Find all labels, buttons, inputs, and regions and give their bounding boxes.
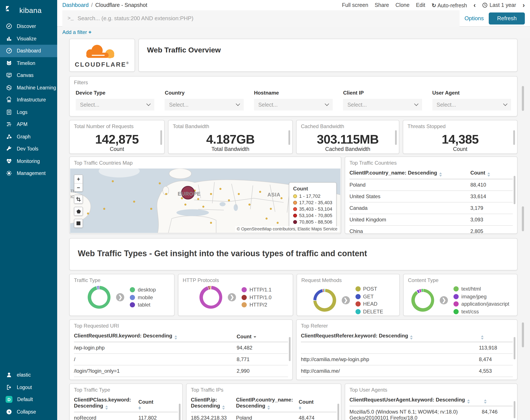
legend-item-image-jpeg[interactable]: image/jpeg [454,293,509,300]
legend-item-head[interactable]: HEAD [355,301,383,307]
panel-scrollbar[interactable] [513,130,515,145]
panel-scrollbar[interactable] [288,130,290,145]
column-header-1[interactable]: ClientRequestReferer.keyword: Descending [301,330,479,342]
legend-item-post[interactable]: POST [355,286,383,292]
legend-item-delete[interactable]: DELETE [355,308,383,315]
grid-scrollbar[interactable] [522,206,524,231]
table-row[interactable]: Mozilla/5.0 (Windows NT 6.1; WOW64; rv:1… [350,406,513,420]
sidebar-footer-logout[interactable]: Logout [0,381,57,393]
table-row[interactable]: 185.234.218.33Poland48,474 [191,412,337,420]
column-header-2[interactable]: Count [237,330,288,342]
panel-scrollbar[interactable] [289,337,291,361]
time-forward-chevron[interactable]: › [522,2,525,9]
table-row[interactable]: /login/?login_only=12,990 [74,365,288,376]
table-row[interactable]: http://camilia.me/index.php/2017/06/17/w… [301,376,513,380]
table-row[interactable]: /xmlrpc.php1,394 [74,376,288,380]
column-header-1[interactable]: ClientRequestURI.keyword: Descending [74,330,237,342]
sidebar-item-graph[interactable]: Graph [0,131,57,143]
options-link[interactable]: Options [464,15,484,21]
sidebar-footer-collapse[interactable]: Collapse [0,405,57,418]
legend-item-get[interactable]: GET [355,293,383,300]
add-filter-link[interactable]: Add a filter + [62,29,91,35]
legend-item-http-1-1[interactable]: HTTP/1.1 [242,287,272,293]
world-map[interactable]: EUROPE ASIA TH IC +−Count1 - 17,70217,70… [70,168,340,233]
table-row[interactable]: United Kingdom3,093 [350,214,513,225]
filter-select-client-ip[interactable]: Select... [343,99,422,110]
legend-item-http-2[interactable]: HTTP/2 [242,302,272,308]
legend-item-mobile[interactable]: mobile [130,294,156,300]
zoom-out-button[interactable]: − [74,183,83,191]
column-header-1[interactable]: ClientIPClass.keyword: Descending [74,395,138,412]
chevron-right-icon[interactable]: ❯ [440,296,448,304]
sidebar-item-infrastructure[interactable]: Infrastructure [0,94,57,106]
filter-select-hostname[interactable]: Select... [254,99,333,110]
chevron-right-icon[interactable]: ❯ [228,293,236,301]
legend-item-http-1-0[interactable]: HTTP/1.0 [242,294,272,300]
sidebar-item-monitoring[interactable]: Monitoring [0,155,57,167]
column-header-1[interactable]: ClientIP.country_name: Descending [350,168,470,179]
sidebar-item-discover[interactable]: Discover [0,20,57,32]
breadcrumb-dashboard-link[interactable]: Dashboard [62,2,88,8]
clone-button[interactable]: Clone [396,2,410,8]
legend-item-tablet[interactable]: tablet [130,302,156,308]
panel-scrollbar[interactable] [514,337,515,360]
legend-item-text-css[interactable]: text/css [454,308,509,315]
panel-scrollbar[interactable] [514,401,515,418]
table-row[interactable]: noRecord117,802 [74,412,178,420]
request-methods-donut-chart[interactable] [313,289,336,312]
grid-scrollbar[interactable] [522,86,524,111]
chevron-right-icon[interactable]: ❯ [116,293,124,301]
http-protocols-donut-chart[interactable] [200,286,222,309]
polygon-tool-button[interactable] [74,207,83,215]
legend-item-desktop[interactable]: desktop [130,287,156,293]
sidebar-footer-elastic[interactable]: elastic [0,369,57,381]
column-header-2[interactable] [479,330,513,342]
search-input[interactable] [78,15,454,21]
rectangle-tool-button[interactable] [74,219,83,227]
column-header-2[interactable] [482,395,513,406]
filter-select-user-agent[interactable]: Select... [432,99,511,110]
table-row[interactable]: http://camilia.me/wp-login.php8,474 [301,353,513,365]
panel-scrollbar[interactable] [395,130,397,145]
sidebar-item-logs[interactable]: Logs [0,106,57,118]
sidebar-item-machine-learning[interactable]: Machine Learning [0,81,57,94]
time-back-chevron[interactable]: ‹ [473,2,476,9]
zoom-in-button[interactable]: + [74,175,83,183]
content-type-donut-chart[interactable] [412,289,434,312]
column-header-2[interactable]: Count [138,395,178,412]
sidebar-item-canvas[interactable]: Canvas [0,69,57,81]
sidebar-item-apm[interactable]: APM [0,118,57,131]
column-header-2[interactable]: ClientIP.country_name: Descending [236,395,299,412]
edit-button[interactable]: Edit [416,2,425,8]
table-row[interactable]: /wp-login.php94,482 [74,342,288,353]
panel-scrollbar[interactable] [179,404,180,420]
full-screen-button[interactable]: Full screen [342,2,368,8]
filter-select-country[interactable]: Select... [165,99,244,110]
crop-tool-button[interactable] [74,195,83,203]
refresh-button[interactable]: Refresh [489,12,525,24]
column-header-1[interactable]: ClientIP.ip: Descending [191,395,236,412]
sidebar-item-visualize[interactable]: Visualize [0,32,57,45]
table-row[interactable]: Canada3,179 [350,202,513,214]
table-row[interactable]: /8,771 [74,353,288,365]
sidebar-item-dashboard[interactable]: Dashboard [0,45,57,57]
table-row[interactable]: China2,805 [350,225,513,234]
table-row[interactable]: 113,918 [301,342,513,353]
sidebar-footer-default[interactable]: DDefault [0,393,57,405]
share-button[interactable]: Share [375,2,389,8]
legend-item-application-javascript[interactable]: application/javascript [454,301,509,307]
auto-refresh-button[interactable]: ↻Auto-refresh [432,2,467,8]
column-header-2[interactable]: Count [470,168,513,179]
kibana-logo[interactable]: kibana [0,0,57,20]
table-row[interactable]: Poland88,410 [350,179,513,190]
legend-item-text-html[interactable]: text/html [454,286,509,292]
panel-scrollbar[interactable] [338,404,339,420]
column-header-1[interactable]: ClientRequestUserAgent.keyword: Descendi… [350,395,482,406]
time-range-picker[interactable]: Last 1 year [482,2,516,8]
filter-select-device-type[interactable]: Select... [76,99,155,110]
panel-scrollbar[interactable] [514,176,515,204]
sidebar-item-dev-tools[interactable]: Dev Tools [0,143,57,155]
chevron-right-icon[interactable]: ❯ [341,296,350,304]
grid-scrollbar[interactable] [522,322,524,347]
traffic-type-donut-chart[interactable] [88,286,111,309]
